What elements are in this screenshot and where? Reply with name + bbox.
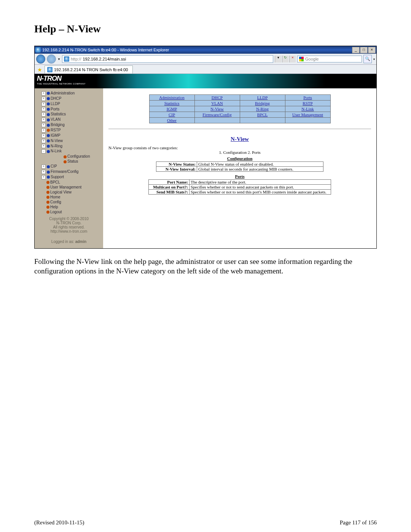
help-link[interactable]: User Management [292,112,323,117]
sidebar-item[interactable]: +CIP [35,164,103,169]
maximize-button[interactable]: □ [360,47,368,53]
logged-in-user: admin [75,240,86,244]
window-titlebar: 192.168.2.214 N-TRON Switch fb:e4:00 - W… [35,46,376,54]
close-button[interactable]: × [368,47,376,53]
sidebar-item[interactable]: +N-Ring [35,144,103,149]
categories-text: 1. Configuration 2. Ports [108,150,371,155]
config-table: N-View Status:Global N-View status of en… [156,161,323,172]
sidebar-item[interactable]: Help [35,204,103,209]
page-icon [64,56,69,62]
row-desc: The descriptive name of the port. [190,180,331,185]
help-link[interactable]: N-Ring [256,107,269,111]
search-button[interactable]: 🔍 [363,55,372,63]
ie-icon [35,47,41,53]
help-link[interactable]: N-Link [301,107,314,111]
browser-tab[interactable]: 192.168.2.214 N-TRON Switch fb:e4:00 [45,66,133,73]
minimize-button[interactable]: _ [352,47,360,53]
sidebar-item[interactable]: +LLDP [35,101,103,107]
row-label: Port Name: [149,180,190,185]
copyright: Copyright © 2008-2010 [49,217,89,221]
sidebar-item[interactable]: Logical View [35,190,103,195]
help-link[interactable]: Bridging [255,101,270,105]
ntron-banner: N-TRON THE INDUSTRIAL NETWORK COMPANY [35,74,376,88]
search-dropdown-icon[interactable]: ▾ [373,58,375,61]
help-link[interactable]: LLDP [257,95,268,100]
dropdown-icon[interactable]: ▼ [57,58,61,61]
sidebar-item[interactable]: +Bridging [35,122,103,128]
help-link[interactable]: VLAN [211,101,223,105]
sidebar-item[interactable]: Config [35,200,103,204]
back-button[interactable] [36,54,45,64]
tab-bar: ★ 192.168.2.214 N-TRON Switch fb:e4:00 [35,65,376,74]
sidebar-item[interactable]: +Administration [35,91,103,96]
sidebar-subitem[interactable]: Status [49,159,103,164]
ports-table: Port Name:The descriptive name of the po… [148,179,331,195]
forward-button[interactable] [47,54,56,64]
row-label: N-View Interval: [156,167,197,172]
help-link[interactable]: Other [167,118,177,123]
row-desc: Specifies whether or not to send autocas… [190,185,331,190]
ntron-logo: N-TRON THE INDUSTRIAL NETWORK COMPANY [37,75,86,85]
sidebar-item[interactable]: +VLAN [35,117,103,122]
sidebar-item[interactable]: +Statistics [35,112,103,117]
tab-icon [47,67,53,72]
sidebar-item[interactable]: -N-Link [35,149,103,154]
ports-heading: Ports [108,174,371,179]
sidebar-subitem[interactable]: Configuration [49,154,103,159]
search-input[interactable]: Google [297,56,362,62]
page-number: Page 117 of 156 [340,519,377,526]
config-heading: Configuration [108,156,371,161]
help-link[interactable]: Ports [303,95,312,100]
google-icon [299,57,304,61]
sidebar-item[interactable]: +Ports [35,107,103,112]
help-content: AdministrationDHCPLLDPPortsStatisticsVLA… [103,88,376,248]
sidebar-item[interactable]: Logout [35,209,103,214]
compat-button[interactable]: ▾ [275,56,281,62]
sidebar-item[interactable]: +DHCP [35,96,103,101]
page-title: Help – N-View [34,23,377,35]
row-label: N-View Status: [156,162,197,167]
browser-window: 192.168.2.214 N-TRON Switch fb:e4:00 - W… [34,46,377,249]
sidebar-item[interactable]: +Support [35,174,103,180]
sidebar-item[interactable]: +IGMP [35,133,103,138]
sidebar-item[interactable]: Home [35,195,103,200]
help-link[interactable]: Firmware/Config [202,112,231,117]
help-link[interactable]: Statistics [164,101,180,105]
logged-in-label: Logged in as: [51,240,74,244]
url-input[interactable]: http://192.168.2.214/main.ssi [62,55,273,63]
sidebar-item[interactable]: +Firmware/Config [35,169,103,174]
sidebar-item[interactable]: +N-View [35,138,103,144]
address-bar: ▼ http://192.168.2.214/main.ssi ▾ ↻ × Go… [35,54,376,65]
intro-text: N-View group consists of two categories: [108,145,371,150]
refresh-button[interactable]: ↻ [282,56,288,62]
revised-date: (Revised 2010-11-15) [34,519,84,526]
divider [108,129,371,129]
help-link-grid: AdministrationDHCPLLDPPortsStatisticsVLA… [149,94,331,123]
help-link[interactable]: CIP [169,112,175,117]
nav-sidebar: +Administration+DHCP+LLDP+Ports+Statisti… [35,88,103,248]
description-paragraph: Following the N-View link on the help pa… [34,257,377,276]
help-link[interactable]: IGMP [167,107,177,111]
sidebar-item[interactable]: +RSTP [35,128,103,133]
section-title: N-View [108,136,371,142]
window-title: 192.168.2.214 N-TRON Switch fb:e4:00 - W… [42,48,169,52]
row-label: Send MIB Stats?: [149,190,190,195]
row-desc: Specifies whether or not to send this po… [190,190,331,195]
row-desc: Global N-View status of enabled or disab… [197,162,323,167]
help-link[interactable]: RSTP [303,101,312,105]
sidebar-item[interactable]: BPCL [35,180,103,185]
help-link[interactable]: Administration [159,95,185,100]
row-desc: Global interval in seconds for autocasti… [197,167,323,172]
help-link[interactable]: BPCL [257,112,268,117]
help-link[interactable]: DHCP [212,95,223,100]
row-label: Multicast on Port?: [149,185,190,190]
help-link[interactable]: N-View [210,107,224,111]
stop-button[interactable]: × [289,56,296,62]
favorites-icon[interactable]: ★ [36,67,43,73]
sidebar-item[interactable]: User Management [35,185,103,190]
